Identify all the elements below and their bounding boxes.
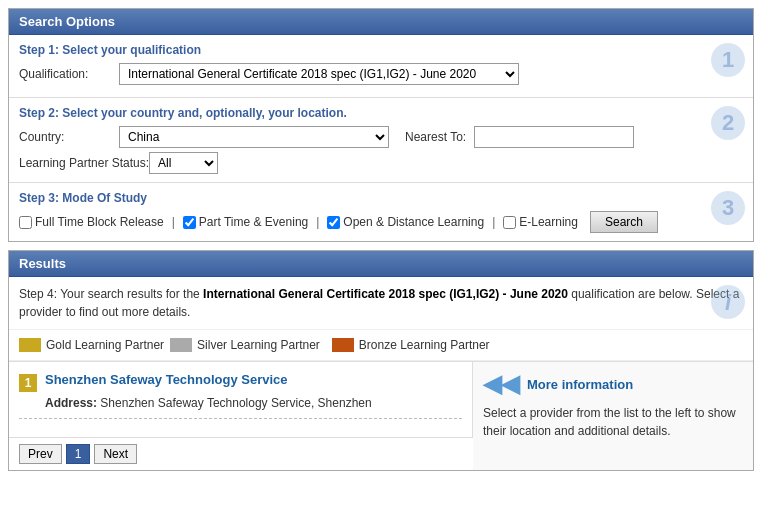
more-info-description: Select a provider from the list to the l…: [483, 404, 743, 440]
legend-silver: Silver Learning Partner: [170, 338, 320, 352]
parttime-label: Part Time & Evening: [199, 215, 308, 229]
step4-prefix: Step 4: Your search results for the: [19, 287, 203, 301]
mode-open: Open & Distance Learning: [327, 215, 484, 229]
result-divider-1: [19, 418, 462, 419]
more-info-title-text: More information: [527, 377, 633, 392]
step1-section: Step 1: Select your qualification Qualif…: [9, 35, 753, 98]
separator2: |: [316, 215, 319, 229]
country-row: Country: China Nearest To:: [19, 126, 743, 148]
lp-status-label: Learning Partner Status:: [19, 156, 149, 170]
lp-status-row: Learning Partner Status: All Gold Silver…: [19, 152, 743, 174]
step3-label: Step 3: Mode Of Study: [19, 191, 743, 205]
legend-section: Gold Learning Partner Silver Learning Pa…: [9, 330, 753, 361]
step4-text: Step 4: Your search results for the Inte…: [9, 277, 753, 330]
lp-status-select[interactable]: All Gold Silver Bronze: [149, 152, 218, 174]
nearest-input[interactable]: [474, 126, 634, 148]
gold-color-swatch: [19, 338, 41, 352]
fulltime-checkbox[interactable]: [19, 216, 32, 229]
parttime-checkbox[interactable]: [183, 216, 196, 229]
country-label: Country:: [19, 130, 119, 144]
qualification-select[interactable]: International General Certificate 2018 s…: [119, 63, 519, 85]
prev-button[interactable]: Prev: [19, 444, 62, 464]
silver-label: Silver Learning Partner: [197, 338, 320, 352]
step4-qualification: International General Certificate 2018 s…: [203, 287, 568, 301]
bronze-color-swatch: [332, 338, 354, 352]
silver-color-swatch: [170, 338, 192, 352]
results-content: 1 Shenzhen Safeway Technology Service Ad…: [9, 361, 753, 470]
result-name-1: Shenzhen Safeway Technology Service: [45, 372, 288, 387]
step3-section: Step 3: Mode Of Study Full Time Block Re…: [9, 183, 753, 241]
arrow-left-icon: ◀◀: [483, 372, 519, 396]
results-list-container: 1 Shenzhen Safeway Technology Service Ad…: [9, 362, 473, 470]
result-title-row: 1 Shenzhen Safeway Technology Service: [19, 372, 462, 392]
country-select[interactable]: China: [119, 126, 389, 148]
nearest-label: Nearest To:: [405, 130, 466, 144]
open-checkbox[interactable]: [327, 216, 340, 229]
mode-elearning: E-Learning: [503, 215, 578, 229]
fulltime-label: Full Time Block Release: [35, 215, 164, 229]
results-list: 1 Shenzhen Safeway Technology Service Ad…: [9, 362, 473, 437]
elearning-label: E-Learning: [519, 215, 578, 229]
next-button[interactable]: Next: [94, 444, 137, 464]
search-options-panel: Search Options Step 1: Select your quali…: [8, 8, 754, 242]
search-button[interactable]: Search: [590, 211, 658, 233]
results-panel: Results Step 4: Your search results for …: [8, 250, 754, 471]
info-icon: i: [711, 285, 745, 319]
mode-parttime: Part Time & Evening: [183, 215, 308, 229]
step3-number: 3: [711, 191, 745, 225]
step2-label: Step 2: Select your country and, optiona…: [19, 106, 743, 120]
legend-gold: Gold Learning Partner: [19, 338, 164, 352]
result-item-1[interactable]: 1 Shenzhen Safeway Technology Service Ad…: [19, 372, 462, 419]
mode-fulltime: Full Time Block Release: [19, 215, 164, 229]
gold-label: Gold Learning Partner: [46, 338, 164, 352]
separator3: |: [492, 215, 495, 229]
step1-number: 1: [711, 43, 745, 77]
results-header: Results: [9, 251, 753, 277]
more-info-title-row: ◀◀ More information: [483, 372, 743, 396]
pagination: Prev 1 Next: [9, 437, 473, 470]
step1-label: Step 1: Select your qualification: [19, 43, 743, 57]
qualification-row: Qualification: International General Cer…: [19, 63, 743, 85]
more-info-panel: ◀◀ More information Select a provider fr…: [473, 362, 753, 470]
page-1-button[interactable]: 1: [66, 444, 91, 464]
legend-bronze: Bronze Learning Partner: [332, 338, 490, 352]
separator1: |: [172, 215, 175, 229]
step2-section: Step 2: Select your country and, optiona…: [9, 98, 753, 183]
step2-number: 2: [711, 106, 745, 140]
search-options-header: Search Options: [9, 9, 753, 35]
mode-row: Full Time Block Release | Part Time & Ev…: [19, 211, 743, 233]
bronze-label: Bronze Learning Partner: [359, 338, 490, 352]
result-address-1: Address: Shenzhen Safeway Technology Ser…: [19, 396, 462, 410]
elearning-checkbox[interactable]: [503, 216, 516, 229]
result-badge-1: 1: [19, 374, 37, 392]
qualification-label: Qualification:: [19, 67, 119, 81]
open-label: Open & Distance Learning: [343, 215, 484, 229]
